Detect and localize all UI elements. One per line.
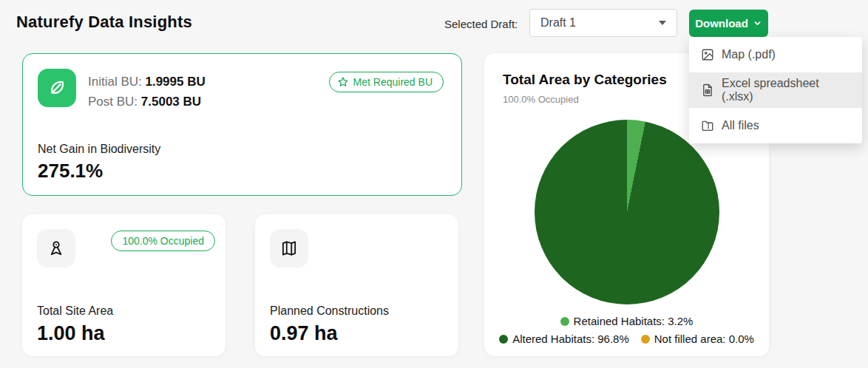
draft-select-value: Draft 1 <box>540 16 576 30</box>
leaf-icon <box>38 69 76 107</box>
caret-down-icon <box>659 21 666 25</box>
draft-select[interactable]: Draft 1 <box>529 9 677 37</box>
menu-item-all-files[interactable]: All files <box>689 108 862 143</box>
menu-item-excel-xlsx[interactable]: Excel spreadsheet (.xlsx) <box>689 72 862 108</box>
legend-label: Not filled area: 0.0% <box>654 333 754 345</box>
location-pin-icon <box>37 229 75 268</box>
bu-values: Initial BU: 1.9995 BU Post BU: 7.5003 BU <box>88 72 206 112</box>
met-required-bu-badge: Met Required BU <box>329 72 444 92</box>
badge-label: 100.0% Occupied <box>122 235 204 247</box>
chart-legend: Retained Habitats: 3.2% Altered Habitats… <box>503 315 750 345</box>
legend-label: Altered Habitats: 96.8% <box>512 333 629 345</box>
constructions-label: Planned Constructions <box>270 304 389 318</box>
pie-chart <box>535 120 719 304</box>
net-gain-label: Net Gain in Biodiversity <box>38 143 160 156</box>
legend-label: Retained Habitats: 3.2% <box>574 315 694 327</box>
menu-item-label: All files <box>722 119 759 132</box>
legend-item-altered: Altered Habitats: 96.8% <box>499 333 629 345</box>
download-button[interactable]: Download <box>689 10 768 37</box>
star-icon <box>337 76 349 88</box>
badge-label: Met Required BU <box>353 76 433 88</box>
chevron-down-icon <box>753 18 762 28</box>
biodiversity-card: Initial BU: 1.9995 BU Post BU: 7.5003 BU… <box>22 53 462 196</box>
site-area-label: Total Site Area <box>37 304 113 318</box>
legend-item-not-filled: Not filled area: 0.0% <box>641 333 754 345</box>
page-title: Naturefy Data Insights <box>16 13 192 32</box>
total-site-area-card: 100.0% Occupied Total Site Area 1.00 ha <box>22 214 226 356</box>
initial-bu-value: 1.9995 BU <box>145 75 205 89</box>
post-bu-value: 7.5003 BU <box>141 95 201 109</box>
occupied-badge: 100.0% Occupied <box>111 231 215 251</box>
download-button-label: Download <box>695 17 748 30</box>
menu-item-map-pdf[interactable]: Map (.pdf) <box>689 37 862 72</box>
legend-item-retained: Retained Habitats: 3.2% <box>560 315 694 327</box>
post-bu-label: Post BU: <box>88 95 138 109</box>
folded-map-icon <box>270 229 308 268</box>
site-area-value: 1.00 ha <box>37 322 105 345</box>
zip-folder-icon <box>701 119 714 132</box>
menu-item-label: Excel spreadsheet (.xlsx) <box>722 77 850 103</box>
download-menu: Map (.pdf) Excel spreadsheet (.xlsx) All… <box>689 37 862 143</box>
legend-dot-retained <box>560 317 569 326</box>
net-gain-value: 275.1% <box>38 160 103 183</box>
constructions-value: 0.97 ha <box>270 322 338 345</box>
image-icon <box>701 48 714 61</box>
legend-dot-not-filled <box>641 335 650 344</box>
menu-item-label: Map (.pdf) <box>722 48 776 61</box>
selected-draft-label: Selected Draft: <box>444 18 518 30</box>
legend-dot-altered <box>499 335 508 344</box>
initial-bu-label: Initial BU: <box>88 75 142 89</box>
spreadsheet-file-icon <box>701 84 714 97</box>
planned-constructions-card: Planned Constructions 0.97 ha <box>255 214 458 356</box>
